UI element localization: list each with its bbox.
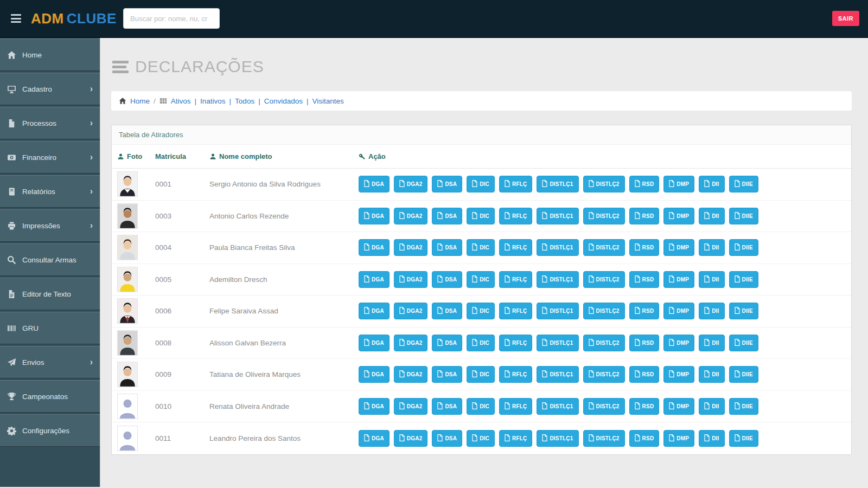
breadcrumb-filter-ativos[interactable]: Ativos <box>171 97 191 105</box>
logout-button[interactable]: SAIR <box>832 11 859 26</box>
action-button-dmp[interactable]: DMP <box>663 239 694 256</box>
action-button-diie[interactable]: DIIE <box>729 398 758 415</box>
action-button-dmp[interactable]: DMP <box>663 271 694 288</box>
sidebar-item-configuracoes[interactable]: Configurações <box>0 414 100 447</box>
action-button-dga2[interactable]: DGA2 <box>394 208 428 224</box>
menu-toggle-icon[interactable] <box>9 12 23 25</box>
action-button-dii[interactable]: DII <box>699 398 724 415</box>
action-button-dmp[interactable]: DMP <box>663 335 694 351</box>
action-button-rsd[interactable]: RSD <box>629 303 660 319</box>
action-button-rsd[interactable]: RSD <box>629 208 660 224</box>
action-button-dga[interactable]: DGA <box>359 366 390 383</box>
action-button-rflc[interactable]: RFLÇ <box>499 366 532 383</box>
action-button-dii[interactable]: DII <box>699 176 724 192</box>
action-button-distlc2[interactable]: DISTLÇ2 <box>583 398 625 415</box>
action-button-dmp[interactable]: DMP <box>663 303 694 319</box>
action-button-distlc2[interactable]: DISTLÇ2 <box>583 366 625 383</box>
action-button-distlc1[interactable]: DISTLÇ1 <box>537 176 578 192</box>
sidebar-item-financeiro[interactable]: Financeiro› <box>0 141 100 174</box>
sidebar-item-home[interactable]: Home <box>0 38 100 71</box>
action-button-dga[interactable]: DGA <box>359 239 390 256</box>
action-button-dii[interactable]: DII <box>699 208 724 224</box>
sidebar-item-processos[interactable]: Processos› <box>0 107 100 139</box>
action-button-dii[interactable]: DII <box>699 303 724 319</box>
action-button-dga2[interactable]: DGA2 <box>394 239 428 256</box>
action-button-distlc2[interactable]: DISTLÇ2 <box>583 335 625 351</box>
action-button-rflc[interactable]: RFLÇ <box>499 335 532 351</box>
sidebar-item-campeonatos[interactable]: Campeonatos <box>0 380 100 413</box>
action-button-diie[interactable]: DIIE <box>729 430 758 447</box>
action-button-dii[interactable]: DII <box>699 430 724 447</box>
sidebar-item-consultar-armas[interactable]: Consultar Armas <box>0 243 100 276</box>
action-button-diie[interactable]: DIIE <box>729 366 758 383</box>
action-button-rsd[interactable]: RSD <box>629 176 660 192</box>
breadcrumb-home-link[interactable]: Home <box>130 97 150 105</box>
action-button-distlc1[interactable]: DISTLÇ1 <box>537 366 578 383</box>
action-button-dga[interactable]: DGA <box>359 335 390 351</box>
action-button-distlc2[interactable]: DISTLÇ2 <box>583 430 625 447</box>
sidebar-item-cadastro[interactable]: Cadastro› <box>0 73 100 105</box>
action-button-dga2[interactable]: DGA2 <box>394 176 428 192</box>
action-button-dga[interactable]: DGA <box>359 430 390 447</box>
action-button-rsd[interactable]: RSD <box>629 366 660 383</box>
action-button-dmp[interactable]: DMP <box>663 176 694 192</box>
action-button-rsd[interactable]: RSD <box>629 335 660 351</box>
action-button-rflc[interactable]: RFLÇ <box>499 430 532 447</box>
action-button-rsd[interactable]: RSD <box>629 239 660 256</box>
action-button-diie[interactable]: DIIE <box>729 303 758 319</box>
action-button-dga2[interactable]: DGA2 <box>394 366 428 383</box>
action-button-rflc[interactable]: RFLÇ <box>499 176 532 192</box>
action-button-diie[interactable]: DIIE <box>729 208 758 224</box>
action-button-dsa[interactable]: DSA <box>432 335 462 351</box>
action-button-distlc1[interactable]: DISTLÇ1 <box>537 208 578 224</box>
action-button-dsa[interactable]: DSA <box>432 239 462 256</box>
action-button-distlc1[interactable]: DISTLÇ1 <box>537 303 578 319</box>
action-button-dii[interactable]: DII <box>699 239 724 256</box>
sidebar-item-editor-de-texto[interactable]: Editor de Texto <box>0 278 100 310</box>
action-button-dic[interactable]: DIC <box>467 208 495 224</box>
sidebar-item-envios[interactable]: Envios› <box>0 346 100 378</box>
action-button-dga[interactable]: DGA <box>359 398 390 415</box>
action-button-dmp[interactable]: DMP <box>663 430 694 447</box>
search-input[interactable] <box>123 8 220 29</box>
action-button-dga[interactable]: DGA <box>359 271 390 288</box>
sidebar-item-impressoes[interactable]: Impressões› <box>0 209 100 242</box>
action-button-dic[interactable]: DIC <box>467 398 495 415</box>
action-button-distlc2[interactable]: DISTLÇ2 <box>583 303 625 319</box>
sidebar-item-gru[interactable]: GRU <box>0 312 100 344</box>
action-button-distlc1[interactable]: DISTLÇ1 <box>537 239 578 256</box>
action-button-dsa[interactable]: DSA <box>432 366 462 383</box>
action-button-dii[interactable]: DII <box>699 335 724 351</box>
action-button-dga2[interactable]: DGA2 <box>394 271 428 288</box>
action-button-rflc[interactable]: RFLÇ <box>499 208 532 224</box>
breadcrumb-filter-todos[interactable]: Todos <box>235 97 254 105</box>
action-button-dsa[interactable]: DSA <box>432 208 462 224</box>
action-button-dga[interactable]: DGA <box>359 208 390 224</box>
action-button-dga[interactable]: DGA <box>359 303 390 319</box>
action-button-dsa[interactable]: DSA <box>432 398 462 415</box>
action-button-dsa[interactable]: DSA <box>432 176 462 192</box>
action-button-distlc2[interactable]: DISTLÇ2 <box>583 176 625 192</box>
action-button-dga[interactable]: DGA <box>359 176 390 192</box>
breadcrumb-filter-convidados[interactable]: Convidados <box>264 97 303 105</box>
action-button-dga2[interactable]: DGA2 <box>394 303 428 319</box>
action-button-distlc1[interactable]: DISTLÇ1 <box>537 335 578 351</box>
action-button-distlc1[interactable]: DISTLÇ1 <box>537 398 578 415</box>
action-button-dic[interactable]: DIC <box>467 303 495 319</box>
breadcrumb-filter-visitantes[interactable]: Visitantes <box>312 97 343 105</box>
action-button-distlc2[interactable]: DISTLÇ2 <box>583 239 625 256</box>
action-button-diie[interactable]: DIIE <box>729 335 758 351</box>
action-button-distlc1[interactable]: DISTLÇ1 <box>537 430 578 447</box>
action-button-dic[interactable]: DIC <box>467 366 495 383</box>
action-button-rflc[interactable]: RFLÇ <box>499 398 532 415</box>
action-button-diie[interactable]: DIIE <box>729 271 758 288</box>
action-button-dsa[interactable]: DSA <box>432 303 462 319</box>
action-button-dic[interactable]: DIC <box>467 176 495 192</box>
breadcrumb-filter-inativos[interactable]: Inativos <box>200 97 226 105</box>
action-button-diie[interactable]: DIIE <box>729 239 758 256</box>
action-button-dsa[interactable]: DSA <box>432 271 462 288</box>
action-button-dga2[interactable]: DGA2 <box>394 335 428 351</box>
sidebar-item-relatorios[interactable]: Relatórios› <box>0 175 100 208</box>
action-button-dic[interactable]: DIC <box>467 271 495 288</box>
action-button-rflc[interactable]: RFLÇ <box>499 271 532 288</box>
